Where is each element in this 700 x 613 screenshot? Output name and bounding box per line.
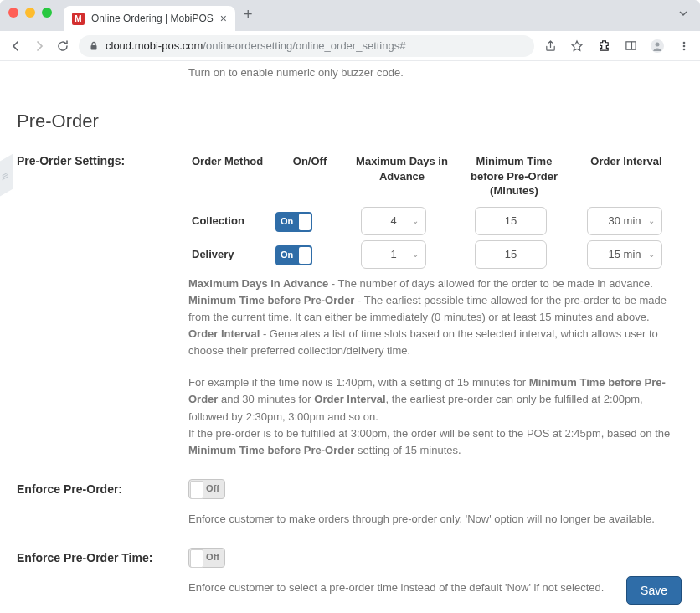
browser-menu-icon[interactable] [677,39,692,54]
row-delivery-label: Delivery [192,240,272,269]
svg-point-5 [683,41,686,44]
url-path: /onlineordersetting/online_order_setting… [203,39,405,52]
col-order-method-header: Order Method [192,154,272,198]
tab-list-dropdown-icon[interactable] [678,8,688,18]
delivery-maxdays-select[interactable]: 1⌄ [361,240,426,269]
example-block: For example if the time now is 1:40pm, w… [188,374,683,459]
delivery-toggle[interactable]: On [275,245,312,265]
traffic-lights [8,8,52,18]
chevron-down-icon: ⌄ [648,216,655,225]
collection-interval-select[interactable]: 30 min⌄ [587,207,662,235]
chevron-down-icon: ⌄ [412,250,419,259]
collection-toggle[interactable]: On [275,212,312,232]
chevron-down-icon: ⌄ [412,216,419,225]
address-toolbar: cloud.mobi-pos.com/onlineordersetting/on… [0,31,700,61]
forward-button[interactable] [32,39,47,53]
back-button[interactable] [8,39,23,53]
close-window-button[interactable] [8,8,18,18]
url-field[interactable]: cloud.mobi-pos.com/onlineordersetting/on… [79,35,534,57]
share-icon[interactable] [543,39,558,54]
svg-point-7 [683,48,686,50]
extensions-icon[interactable] [596,39,611,54]
tab-close-icon[interactable]: × [220,12,227,25]
row-collection-label: Collection [192,207,272,235]
browser-tab[interactable]: M Online Ordering | MobiPOS × [64,6,235,31]
tab-title: Online Ordering | MobiPOS [91,13,214,24]
col-mintime-header: Minimum Time before Pre-Order (Minutes) [460,154,569,198]
svg-rect-1 [625,42,635,49]
col-interval-header: Order Interval [572,154,681,198]
enforce-preorder-toggle[interactable]: Off [188,479,225,499]
collection-maxdays-select[interactable]: 4⌄ [361,207,426,235]
tab-favicon: M [72,13,85,25]
new-tab-button[interactable]: + [244,6,253,23]
lock-icon [89,41,99,51]
side-panel-icon[interactable] [623,39,638,54]
reload-button[interactable] [55,39,70,53]
enforce-preorder-label: Enforce Pre-Order: [17,479,188,496]
window-tab-bar: M Online Ordering | MobiPOS × + [0,0,700,31]
delivery-mintime-input[interactable]: 15 [475,240,547,269]
enforce-preorder-help: Enforce customer to make orders through … [188,511,683,528]
save-button[interactable]: Save [626,576,682,605]
definitions-block: Maximum Days in Advance - The number of … [188,276,683,360]
preorder-settings-label: Pre-Order Settings: [17,154,188,198]
maximize-window-button[interactable] [42,8,52,18]
svg-rect-0 [91,45,97,50]
svg-point-4 [656,42,660,46]
section-title: Pre-Order [17,111,683,132]
buzzer-code-help-text: Turn on to enable numeric only buzzer co… [188,66,683,79]
enforce-preorder-time-help: Enforce customer to select a pre-order t… [188,580,683,596]
url-domain: cloud.mobi-pos.com [106,39,203,52]
delivery-interval-select[interactable]: 15 min⌄ [587,240,662,269]
svg-point-6 [683,44,686,47]
bookmark-star-icon[interactable] [569,39,584,54]
minimize-window-button[interactable] [25,8,35,18]
enforce-preorder-time-toggle[interactable]: Off [188,548,225,568]
chevron-down-icon: ⌄ [648,250,655,259]
collection-mintime-input[interactable]: 15 [475,207,547,235]
profile-avatar-icon[interactable] [650,39,665,54]
enforce-preorder-time-label: Enforce Pre-Order Time: [17,548,188,564]
side-drawer-handle[interactable]: ≡ [0,153,13,198]
col-maxdays-header: Maximum Days in Advance [347,154,456,198]
col-onoff-header: On/Off [275,154,344,198]
